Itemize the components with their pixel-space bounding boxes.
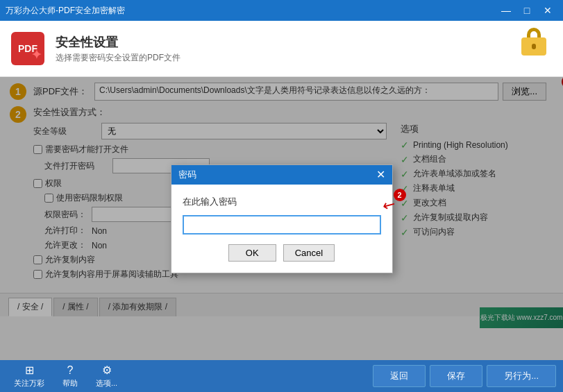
modal-buttons: OK Cancel bbox=[183, 244, 381, 262]
modal-title: 密码 bbox=[178, 169, 196, 181]
modal-overlay: 密码 ✕ 在此输入密码 ↙ 2 OK Cancel bbox=[0, 77, 563, 360]
modal-cancel-button[interactable]: Cancel bbox=[283, 244, 335, 262]
password-modal: 密码 ✕ 在此输入密码 ↙ 2 OK Cancel bbox=[171, 164, 393, 273]
maximize-button[interactable]: □ bbox=[517, 2, 537, 19]
close-button[interactable]: ✕ bbox=[538, 2, 557, 19]
modal-titlebar: 密码 ✕ bbox=[171, 165, 392, 185]
guanzhu-icon: ⊞ bbox=[25, 364, 34, 377]
header-text: 安全性设置 选择需要密码安全设置的PDF文件 bbox=[56, 34, 505, 64]
guanzhu-button[interactable]: ⊞ 关注万彩 bbox=[7, 361, 51, 391]
more-button[interactable]: 另行为... bbox=[487, 365, 556, 387]
pdf-acrobat-mark: ✦ bbox=[31, 47, 42, 62]
help-label: 帮助 bbox=[62, 378, 78, 389]
content-area: 1 源PDF文件： C:\Users\admin\Documents\Downl… bbox=[0, 77, 563, 360]
options-icon: ⚙ bbox=[102, 364, 112, 377]
options-label: 选项... bbox=[96, 378, 117, 389]
lock-shackle bbox=[527, 28, 541, 37]
lock-keyhole bbox=[532, 44, 536, 49]
app-window: 万彩办公大师-PDF安全加密解密 — □ ✕ PDF ✦ 安全性设置 选择需要密… bbox=[0, 0, 563, 392]
modal-prompt-text: 在此输入密码 bbox=[183, 196, 237, 207]
lock-icon bbox=[516, 28, 552, 69]
modal-password-input[interactable] bbox=[183, 215, 381, 235]
pdf-icon: PDF ✦ bbox=[11, 32, 44, 65]
help-button[interactable]: ? 帮助 bbox=[56, 361, 85, 391]
titlebar-text: 万彩办公大师-PDF安全加密解密 bbox=[6, 5, 125, 17]
titlebar: 万彩办公大师-PDF安全加密解密 — □ ✕ bbox=[0, 0, 563, 21]
save-button[interactable]: 保存 bbox=[430, 365, 482, 387]
lock-body bbox=[521, 37, 546, 56]
header: PDF ✦ 安全性设置 选择需要密码安全设置的PDF文件 bbox=[0, 21, 563, 77]
modal-close-button[interactable]: ✕ bbox=[376, 169, 385, 180]
titlebar-controls: — □ ✕ bbox=[496, 2, 557, 19]
guanzhu-label: 关注万彩 bbox=[14, 378, 44, 389]
annotation-circle-2: 2 bbox=[394, 189, 406, 201]
header-subtitle: 选择需要密码安全设置的PDF文件 bbox=[56, 52, 505, 64]
bottom-bar: ⊞ 关注万彩 ? 帮助 ⚙ 选项... 返回 保存 另行为... bbox=[0, 360, 563, 392]
back-button[interactable]: 返回 bbox=[373, 365, 426, 387]
modal-body: 在此输入密码 ↙ 2 OK Cancel bbox=[171, 185, 392, 273]
modal-prompt: 在此输入密码 ↙ 2 bbox=[183, 196, 381, 208]
titlebar-title: 万彩办公大师-PDF安全加密解密 bbox=[6, 5, 125, 17]
options-button[interactable]: ⚙ 选项... bbox=[89, 361, 124, 391]
minimize-button[interactable]: — bbox=[496, 2, 516, 19]
header-title: 安全性设置 bbox=[56, 34, 505, 51]
help-icon: ? bbox=[67, 364, 74, 377]
modal-ok-button[interactable]: OK bbox=[228, 244, 276, 262]
